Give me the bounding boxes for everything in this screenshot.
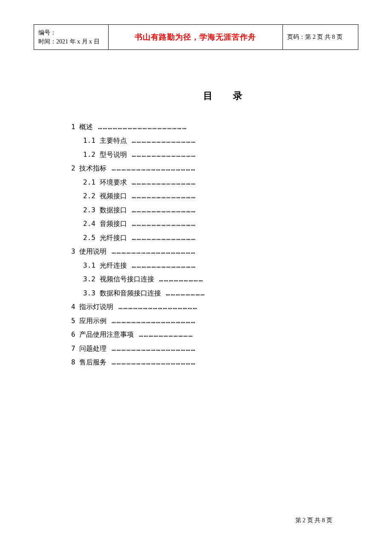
toc-list: 1 概述 ……………………………………………… 1.1 主要特点 …………………… <box>71 120 310 369</box>
toc-item: 7 问题处理 …………………………………………… <box>71 342 310 356</box>
toc-item: 8 售后服务 …………………………………………… <box>71 356 310 369</box>
toc-label: 5 应用示例 <box>71 317 107 325</box>
toc-item: 3.1 光纤连接 ………………………………… <box>71 259 310 272</box>
toc-label: 2.3 数据接口 <box>83 206 127 214</box>
toc-item: 3 使用说明 …………………………………………… <box>71 245 310 258</box>
toc-dots: ……………………… <box>154 275 204 283</box>
toc-label: 6 产品使用注意事项 <box>71 330 134 338</box>
toc-dots: …………………………………………… <box>107 344 196 353</box>
toc-label: 1 概述 <box>71 123 93 131</box>
toc-dots: ………………………………… <box>127 150 196 159</box>
toc-label: 8 售后服务 <box>71 358 107 366</box>
toc-item: 1.1 主要特点 ………………………………… <box>71 134 310 147</box>
toc-label: 2.2 视频接口 <box>83 192 127 200</box>
toc-label: 4 指示灯说明 <box>71 303 113 311</box>
header-cell-left: 编号： 时间：2021 年 x 月 x 日 <box>34 25 109 50</box>
toc-dots: ………………………………… <box>127 220 196 228</box>
toc-item: 2.4 音频接口 ………………………………… <box>71 217 310 231</box>
page-footer: 第 2 页 共 8 页 <box>295 517 333 524</box>
toc-dots: ……………………………………………… <box>93 123 187 131</box>
toc-dots: ………………………………… <box>127 261 196 269</box>
toc-title: 目录 <box>71 90 310 102</box>
header-cell-right: 页码：第 2 页 共 8 页 <box>283 25 358 50</box>
toc-item: 3.2 视频信号接口连接 ……………………… <box>71 272 310 286</box>
toc-dots: ………………………………… <box>127 192 196 200</box>
toc-dots: …………………………………………… <box>107 358 196 366</box>
toc-item: 6 产品使用注意事项 …………………………… <box>71 328 310 341</box>
doc-id-label: 编号： <box>38 28 104 37</box>
toc-dots: ………………………………… <box>127 178 196 186</box>
toc-label: 3.2 视频信号接口连接 <box>83 275 154 283</box>
toc-dots: …………………………… <box>134 330 193 338</box>
toc-dots: ………………………………… <box>127 206 196 214</box>
toc-container: 目录 1 概述 ……………………………………………… 1.1 主要特点 …………… <box>71 90 310 369</box>
toc-label: 2.4 音频接口 <box>83 220 127 228</box>
toc-label: 7 问题处理 <box>71 344 107 353</box>
toc-label: 3.3 数据和音频接口连接 <box>83 289 161 297</box>
toc-label: 1.2 型号说明 <box>83 150 127 159</box>
toc-dots: …………………………………………… <box>107 247 196 255</box>
toc-label: 2 技术指标 <box>71 164 107 172</box>
toc-item: 1 概述 ……………………………………………… <box>71 120 310 134</box>
toc-item: 3.3 数据和音频接口连接 …………………… <box>71 286 310 300</box>
toc-item: 2.2 视频接口 ………………………………… <box>71 189 310 203</box>
toc-dots: …………………………………………… <box>107 164 196 172</box>
toc-item: 2.3 数据接口 ………………………………… <box>71 203 310 217</box>
doc-date-label: 时间：2021 年 x 月 x 日 <box>38 37 104 46</box>
toc-label: 1.1 主要特点 <box>83 136 127 145</box>
toc-dots: ………………………………… <box>127 234 196 242</box>
toc-item: 5 应用示例 …………………………………………… <box>71 314 310 328</box>
toc-item: 2.1 环境要求 ………………………………… <box>71 176 310 189</box>
toc-item: 4 指示灯说明 ………………………………………… <box>71 300 310 314</box>
toc-dots: ………………………………………… <box>113 303 198 311</box>
toc-label: 3.1 光纤连接 <box>83 261 127 269</box>
toc-item: 2.5 光纤接口 ………………………………… <box>71 231 310 245</box>
toc-dots: …………………………………………… <box>107 317 196 325</box>
toc-dots: ………………………………… <box>127 136 196 145</box>
toc-item: 2 技术指标 …………………………………………… <box>71 162 310 175</box>
header-cell-center: 书山有路勤为径，学海无涯苦作舟 <box>108 25 282 50</box>
toc-dots: …………………… <box>161 289 206 297</box>
toc-label: 2.5 光纤接口 <box>83 234 127 242</box>
toc-item: 1.2 型号说明 ………………………………… <box>71 148 310 162</box>
header-table: 编号： 时间：2021 年 x 月 x 日 书山有路勤为径，学海无涯苦作舟 页码… <box>34 24 358 50</box>
toc-label: 3 使用说明 <box>71 247 107 255</box>
toc-label: 2.1 环境要求 <box>83 178 127 186</box>
